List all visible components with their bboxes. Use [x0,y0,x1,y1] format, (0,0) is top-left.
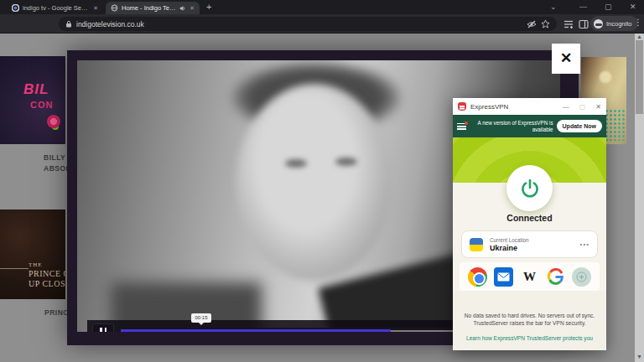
prince-caption: PRINC [44,308,69,317]
incognito-badge: Incognito [590,16,638,31]
vpn-minimize-button[interactable]: — [563,103,569,111]
billy-thumb-text: BIL [23,81,49,98]
power-icon [519,178,541,199]
tab-close-icon[interactable]: ✕ [190,5,195,12]
billy-thumb-text: CON [30,100,53,110]
eye-off-icon[interactable] [527,20,537,28]
prince-thumb-text: PRINCE O [29,269,65,278]
location-label: Current Location [490,237,574,243]
map-art [598,70,613,85]
video-frame-art [236,84,392,281]
trustedserver-text: No data saved to hard drives. No servers… [458,313,601,320]
location-texts: Current Location Ukraine [490,237,574,252]
bookmark-star-icon[interactable] [541,19,550,28]
chrome-shortcut-icon[interactable] [468,267,487,287]
screen: indigo tv - Google Search ✕ Home - Indig… [0,0,644,362]
trustedserver-link[interactable]: Learn how ExpressVPN TrustedServer prote… [458,335,601,341]
mail-shortcut-icon[interactable] [494,267,513,287]
flower-illustration [47,115,60,128]
current-location-card[interactable]: Current Location Ukraine ••• [461,230,598,258]
globe-favicon-icon [111,4,118,12]
browser-tab-strip: indigo tv - Google Search ✕ Home - Indig… [0,0,644,14]
billy-show-thumbnail[interactable]: BIL CON [0,56,65,144]
window-close-button[interactable]: ✕ [630,2,636,12]
side-panel-icon[interactable] [579,19,589,29]
window-minimize-button[interactable]: — [579,2,587,12]
progress-fill [121,329,391,332]
menu-notification-icon[interactable] [457,123,466,130]
connection-status: Connected [453,213,606,223]
trustedserver-text: TrustedServer raises the bar for VPN sec… [458,320,601,326]
google-g-icon [547,268,564,286]
window-chevron-icon[interactable]: ⌄ [550,2,557,12]
app-shortcuts-row: W [460,262,600,291]
wikipedia-shortcut-icon[interactable]: W [520,267,539,287]
power-button[interactable] [506,165,553,211]
vpn-close-button[interactable]: ✕ [595,103,601,111]
google-favicon-icon [12,4,19,12]
incognito-icon [594,19,603,28]
reading-list-icon[interactable] [564,19,574,29]
expressvpn-logo-icon [458,102,466,111]
time-tooltip: 00:15 [191,313,211,323]
vpn-title-bar: ExpressVPN — ▢ ✕ [453,98,606,115]
scroll-down-icon[interactable]: ▼ [635,354,644,359]
divider [0,268,29,269]
add-shortcut-icon[interactable] [572,267,591,287]
envelope-icon [497,272,510,282]
scroll-up-icon[interactable]: ▲ [635,34,644,39]
ukraine-flag-icon [470,238,483,251]
incognito-label: Incognito [606,20,631,28]
expressvpn-window: ExpressVPN — ▢ ✕ A new version of Expres… [453,98,606,350]
prince-show-thumbnail[interactable]: THE PRINCE O UP CLOSE [0,209,65,299]
vpn-maximize-button: ▢ [579,103,586,111]
lock-icon [65,20,72,28]
prince-thumb-text: THE [29,261,43,268]
map-art [605,109,625,141]
modal-close-button[interactable]: ✕ [552,44,580,74]
vpn-window-title: ExpressVPN [470,103,553,111]
tab-indigo-television[interactable]: Home - Indigo Television ✕ [106,2,200,14]
window-maximize-button[interactable]: ▢ [605,2,612,12]
update-banner-text: A new version of ExpressVPN is available [470,120,553,132]
tab-google-search[interactable]: indigo tv - Google Search ✕ [7,2,103,14]
google-shortcut-icon[interactable] [546,267,565,287]
location-value: Ukraine [490,244,574,252]
vpn-update-banner: A new version of ExpressVPN is available… [453,115,606,137]
video-frame-art [285,159,307,168]
tab-close-icon[interactable]: ✕ [93,5,98,12]
audio-speaker-icon[interactable] [179,5,186,12]
more-options-icon[interactable]: ••• [580,240,589,248]
page-scrollbar[interactable]: ▲ ▼ [635,34,644,362]
tab-title: indigo tv - Google Search [23,4,90,12]
browser-menu-icon[interactable]: ⋮ [634,18,642,27]
prince-thumb-text: UP CLOSE [29,279,65,288]
pause-button[interactable] [92,323,114,332]
address-bar[interactable]: indigotelevision.co.uk [59,17,557,31]
video-frame-art [335,158,357,166]
new-tab-button[interactable]: + [206,3,211,12]
scrollbar-thumb[interactable] [636,40,643,114]
tab-title: Home - Indigo Television [122,4,176,12]
update-now-button[interactable]: Update Now [557,120,602,132]
url-text: indigotelevision.co.uk [76,20,522,28]
billy-caption: BILLY [44,153,65,162]
plus-circle-icon [576,272,587,282]
